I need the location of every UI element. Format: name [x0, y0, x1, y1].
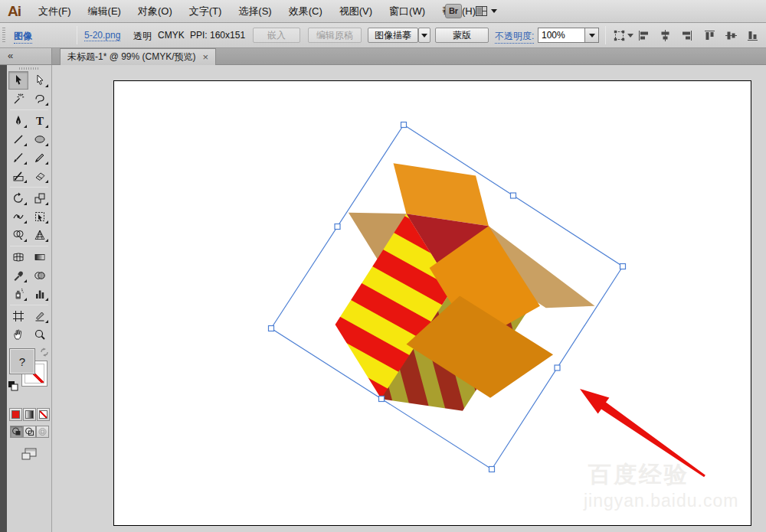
selection-handle-bottomright[interactable]: [555, 365, 560, 370]
tools-separator: [10, 109, 48, 110]
fill-stroke-indicator: ?: [7, 347, 51, 406]
tool-paintbrush[interactable]: [8, 149, 28, 167]
illustrator-window: { "menu_bar": { "logo": "Ai", "items": […: [0, 0, 766, 532]
menu-view[interactable]: 视图(V): [331, 5, 381, 18]
file-name-link[interactable]: 5-20.png: [84, 30, 120, 41]
tool-symbol-sprayer[interactable]: [8, 285, 28, 303]
tool-selection[interactable]: [8, 71, 28, 90]
tools-separator: [10, 305, 48, 305]
dropdown-caret-icon: [627, 34, 633, 38]
align-right-icon: [680, 29, 693, 42]
tools-panel-grip[interactable]: [19, 67, 39, 70]
pencil-tool-icon: [34, 152, 46, 164]
selection-handle-topright[interactable]: [511, 193, 516, 198]
mask-button[interactable]: 蒙版: [435, 28, 489, 43]
tool-rotate[interactable]: [8, 189, 28, 207]
tool-artboard[interactable]: [8, 307, 28, 325]
tool-pencil[interactable]: [30, 149, 50, 167]
color-button[interactable]: [9, 408, 22, 421]
tool-blob-brush[interactable]: [8, 167, 28, 185]
align-vcenter-button[interactable]: [725, 29, 738, 42]
menu-window[interactable]: 窗口(W): [381, 5, 434, 18]
draw-behind-button[interactable]: [23, 426, 36, 438]
tool-line-segment[interactable]: [8, 130, 28, 149]
ppi-label: PPI: 160x151: [190, 30, 245, 41]
swap-fill-stroke-icon[interactable]: [39, 347, 50, 357]
tool-ellipse[interactable]: [30, 130, 50, 149]
none-button[interactable]: [37, 408, 50, 421]
tool-eyedropper[interactable]: [8, 266, 28, 285]
tools-panel-header[interactable]: «: [0, 48, 52, 65]
placed-image-box[interactable]: [273, 129, 619, 469]
selection-handle-topleft[interactable]: [335, 224, 340, 230]
default-fill-stroke-icon[interactable]: [8, 380, 18, 391]
tool-lasso[interactable]: [30, 90, 50, 108]
context-label-link[interactable]: 图像: [14, 30, 32, 44]
draw-behind-icon: [25, 427, 34, 436]
image-trace-button[interactable]: 图像描摹: [368, 28, 418, 43]
tools-panel: T ?: [7, 65, 52, 532]
selection-handle-right[interactable]: [620, 264, 626, 269]
tool-scale[interactable]: [30, 189, 50, 207]
close-tab-icon[interactable]: ×: [203, 54, 209, 61]
tool-blend[interactable]: [30, 266, 50, 285]
control-bar-grip[interactable]: [2, 28, 5, 43]
canvas-scene: 百度经验 jingyan.baidu.com: [52, 65, 766, 532]
tool-pen[interactable]: [8, 112, 28, 130]
gradient-button[interactable]: [23, 408, 36, 421]
menu-object[interactable]: 对象(O): [129, 5, 181, 18]
workspace-switcher[interactable]: [475, 5, 497, 18]
free-transform-tool-icon: [34, 211, 46, 223]
transform-reference-control[interactable]: [613, 29, 633, 42]
tool-hand[interactable]: [8, 325, 28, 344]
zoom-tool-icon: [34, 328, 46, 341]
align-top-button[interactable]: [703, 29, 716, 42]
tool-gradient[interactable]: [30, 248, 50, 266]
align-right-button[interactable]: [680, 29, 693, 42]
draw-normal-button[interactable]: [10, 426, 23, 438]
tool-type[interactable]: T: [30, 112, 50, 130]
selection-handle-top[interactable]: [401, 122, 407, 128]
paintbrush-tool-icon: [12, 152, 25, 164]
paint-buttons: [7, 408, 51, 421]
shape-builder-tool-icon: [12, 229, 25, 241]
menu-file[interactable]: 文件(F): [30, 5, 80, 18]
tool-mesh[interactable]: [8, 248, 28, 266]
magic-wand-tool-icon: [12, 93, 25, 105]
tool-width[interactable]: [8, 207, 28, 226]
tool-column-graph[interactable]: [30, 285, 50, 303]
bridge-button[interactable]: Br: [445, 4, 462, 18]
document-tab[interactable]: 未标题-1* @ 99% (CMYK/预览) ×: [60, 48, 216, 65]
tool-magic-wand[interactable]: [8, 90, 28, 108]
opacity-input[interactable]: 100%: [538, 28, 585, 43]
tool-direct-selection[interactable]: [30, 71, 50, 90]
tool-perspective-grid[interactable]: [30, 226, 50, 244]
menu-edit[interactable]: 编辑(E): [80, 5, 129, 18]
separator: [77, 26, 77, 44]
selection-handle-left[interactable]: [269, 326, 274, 331]
hand-tool-icon: [12, 328, 25, 341]
change-screen-mode-button[interactable]: [20, 447, 38, 461]
selection-handle-bottomleft[interactable]: [379, 397, 385, 402]
tool-shape-builder[interactable]: [8, 226, 28, 244]
color-mode-label: CMYK: [158, 30, 185, 41]
fill-swatch[interactable]: ?: [9, 348, 35, 374]
tool-free-transform[interactable]: [30, 207, 50, 226]
tool-zoom[interactable]: [30, 325, 50, 344]
align-left-button[interactable]: [637, 29, 650, 42]
selection-handle-bottom[interactable]: [489, 467, 495, 472]
align-hcenter-button[interactable]: [659, 29, 672, 42]
align-bottom-button[interactable]: [746, 29, 759, 42]
menu-select[interactable]: 选择(S): [230, 5, 280, 18]
menu-bar: Ai 文件(F) 编辑(E) 对象(O) 文字(T) 选择(S) 效果(C) 视…: [0, 0, 766, 23]
opacity-link[interactable]: 不透明度:: [495, 30, 534, 44]
app-logo: Ai: [8, 3, 21, 20]
menu-effect[interactable]: 效果(C): [280, 5, 331, 18]
canvas-pasteboard[interactable]: 百度经验 jingyan.baidu.com: [52, 65, 766, 532]
opacity-dropdown[interactable]: [585, 28, 599, 43]
image-trace-dropdown[interactable]: [418, 28, 430, 43]
tool-slice[interactable]: [30, 307, 50, 325]
menu-type[interactable]: 文字(T): [181, 5, 231, 18]
embed-button: 嵌入: [253, 28, 300, 43]
tool-eraser[interactable]: [30, 167, 50, 185]
